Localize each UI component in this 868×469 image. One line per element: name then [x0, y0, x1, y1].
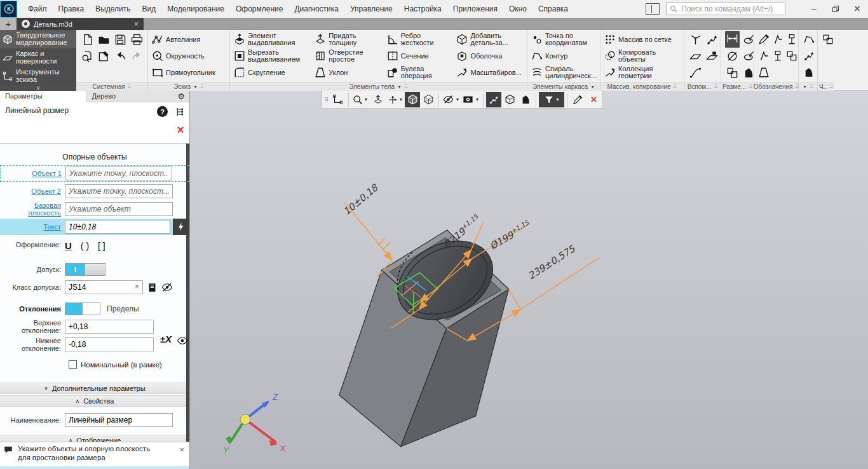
datum-icon[interactable]	[786, 34, 797, 45]
mode-solid-modeling[interactable]: Твердотельное моделирование	[0, 30, 76, 48]
help-button[interactable]: ?	[157, 106, 168, 117]
show-scene-button[interactable]: ▼	[461, 92, 480, 107]
filter-button[interactable]: ▼	[539, 92, 564, 107]
object1-input[interactable]	[65, 167, 172, 180]
tab-close-icon[interactable]: ×	[134, 20, 139, 29]
text-link[interactable]: Текст	[0, 223, 65, 231]
menu-management[interactable]: Управление	[344, 2, 398, 16]
dimension-label-199[interactable]: Ø199+1,15	[487, 219, 533, 252]
ribbon-point-by-coords[interactable]: Точка по координатам	[530, 31, 598, 48]
dimension-label-10[interactable]: 10±0,18	[341, 182, 381, 217]
underline-toggle[interactable]: U	[65, 240, 72, 251]
section-grip-icon[interactable]: ⠿	[749, 84, 752, 90]
app-logo[interactable]: К	[0, 1, 17, 18]
ribbon-boolean[interactable]: Булева операция	[386, 64, 454, 81]
menu-view[interactable]: Вид	[136, 2, 161, 16]
model-body[interactable]	[339, 226, 509, 447]
auto-text-button[interactable]	[173, 219, 189, 235]
lower-deviation-input[interactable]	[65, 337, 154, 351]
radial-dimension-icon[interactable]	[743, 34, 755, 46]
clear-icon[interactable]: ×	[135, 282, 139, 291]
tolerance-table-book-icon[interactable]	[147, 282, 158, 293]
section-grip-icon[interactable]: ⠿	[714, 84, 718, 90]
component-colors-button[interactable]	[502, 92, 517, 107]
panel-gear-button[interactable]: ⚙	[173, 91, 189, 102]
ribbon-spiral[interactable]: Спираль цилиндрическ...	[530, 64, 598, 81]
ribbon-rib[interactable]: Ребро жесткости	[386, 31, 454, 48]
paint-button[interactable]	[518, 92, 533, 107]
designation-pen-icon[interactable]	[758, 34, 770, 45]
menu-modeling[interactable]: Моделирование	[161, 2, 230, 16]
menu-diagnostics[interactable]: Диагностика	[288, 2, 344, 16]
dimension-label-239[interactable]: 239±0,575	[526, 243, 578, 282]
tree-structure-icon[interactable]	[174, 106, 184, 118]
ribbon-thicken[interactable]: Придать толщину	[313, 31, 384, 48]
base-plane-input[interactable]	[65, 202, 173, 216]
conditional-intersection-icon[interactable]	[803, 34, 815, 45]
close-button[interactable]: ×	[846, 1, 868, 17]
fragment-icon[interactable]	[822, 34, 834, 45]
zoom-button[interactable]: ▼	[351, 92, 370, 107]
menu-file[interactable]: Файл	[22, 2, 53, 16]
display-mode-button[interactable]	[405, 92, 420, 107]
deviations-toggle[interactable]	[65, 302, 100, 315]
menu-help[interactable]: Справка	[532, 2, 574, 16]
section-grip-icon[interactable]: ⠿	[829, 84, 833, 90]
viewport-3d[interactable]: 10±0,18 Ø219+1,15 Ø199+1,15 239±0,575 Z …	[189, 91, 868, 469]
minimize-button[interactable]: –	[803, 1, 825, 17]
save-icon[interactable]	[114, 34, 126, 46]
sketch-mode-button[interactable]	[330, 92, 346, 107]
menu-settings[interactable]: Настройка	[398, 2, 447, 16]
mode-collapse-icon[interactable]: ∨	[0, 85, 76, 90]
preview-icon[interactable]	[81, 50, 93, 62]
new-tab-button[interactable]: +	[0, 18, 17, 30]
ribbon-draft[interactable]: Уклон	[313, 64, 384, 81]
brackets-toggle[interactable]: [ ]	[98, 241, 105, 251]
object2-input[interactable]	[65, 184, 173, 198]
ribbon-shell[interactable]: Оболочка	[455, 48, 525, 64]
tab-parameters[interactable]: Параметры	[0, 91, 86, 102]
restore-button[interactable]	[825, 1, 846, 17]
name-input[interactable]	[65, 413, 173, 427]
ribbon-extrude[interactable]: Элемент выдавливания	[233, 31, 312, 48]
ribbon-fillet[interactable]: Скругление	[233, 64, 312, 81]
dropdown-icon[interactable]: ▼	[590, 85, 595, 89]
tolerance-class-input[interactable]	[65, 280, 143, 294]
search-input[interactable]	[680, 4, 782, 14]
angular-dimension-icon[interactable]	[743, 50, 755, 62]
ribbon-cut-extrude[interactable]: Вырезать выдавливанием	[233, 48, 312, 64]
menu-select[interactable]: Выделить	[90, 2, 136, 16]
leaf-dimension-icon[interactable]	[743, 67, 755, 79]
constraints-button[interactable]	[486, 92, 501, 107]
ribbon-copy-objects[interactable]: Копировать объекты	[603, 48, 682, 64]
dimension-text-input[interactable]	[65, 220, 170, 234]
polyline-question-icon[interactable]	[803, 50, 815, 62]
tolerance-toggle[interactable]: I	[65, 263, 105, 276]
hide-objects-button[interactable]: ▼	[442, 92, 461, 107]
parentheses-toggle[interactable]: ( )	[81, 241, 89, 251]
section-grip-icon[interactable]: ⠿	[128, 84, 132, 90]
display-section[interactable]: ∧ Отображение	[0, 435, 189, 442]
move-button[interactable]: ▼	[386, 92, 405, 107]
linear-dimension-button[interactable]	[725, 31, 740, 48]
orientation-button[interactable]	[370, 92, 386, 107]
close-view-command-button[interactable]: ×	[586, 92, 601, 107]
tab-tree[interactable]: Дерево	[86, 91, 173, 102]
save-as-icon[interactable]	[98, 50, 110, 62]
toolbar-grip-icon[interactable]: ⠿	[325, 97, 329, 103]
dropdown-icon[interactable]: ▼	[193, 85, 198, 89]
document-tab[interactable]: Деталь.m3d ×	[17, 18, 144, 30]
cancel-command-button[interactable]: ×	[177, 124, 184, 135]
additional-parameters-section[interactable]: ∨ Дополнительные параметры	[0, 383, 189, 394]
undo-icon[interactable]	[114, 50, 126, 62]
ribbon-section[interactable]: Сечение	[386, 48, 454, 64]
ribbon-rectangle[interactable]: Прямоугольник	[151, 64, 227, 81]
object1-link[interactable]: Объект 1	[1, 170, 65, 177]
aux-plane-icon[interactable]	[689, 50, 702, 62]
object2-link[interactable]: Объект 2	[0, 187, 65, 195]
mode-sketch-tools[interactable]: Инструменты эскиза	[0, 67, 76, 85]
wireframe-button[interactable]	[421, 92, 436, 107]
aux-lcs-icon[interactable]	[706, 50, 718, 62]
aux-spline-icon[interactable]	[689, 67, 702, 79]
upper-deviation-input[interactable]	[65, 320, 154, 334]
